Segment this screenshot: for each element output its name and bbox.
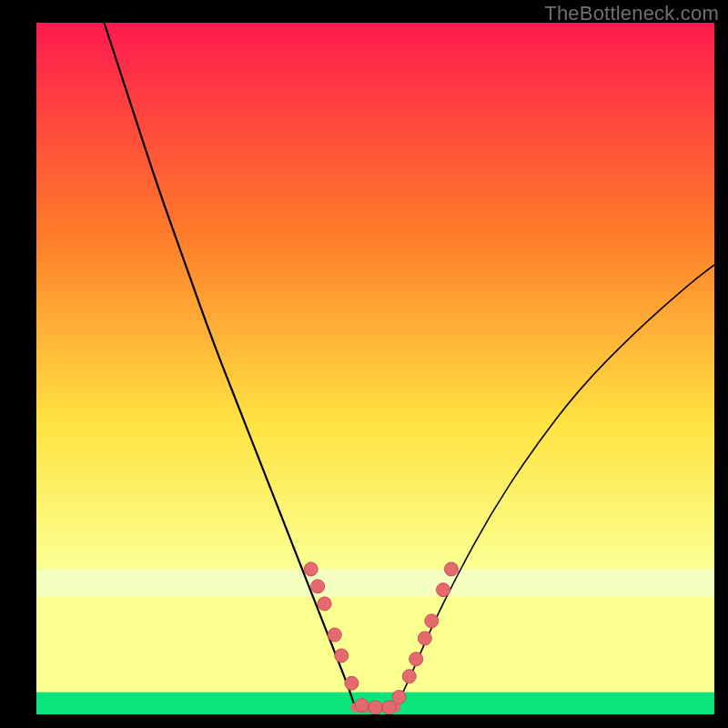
marker-dot — [304, 562, 318, 576]
plot-area — [36, 23, 714, 714]
marker-dot — [345, 676, 359, 690]
marker-dot — [402, 670, 416, 683]
marker-dot — [425, 614, 439, 628]
marker-dot — [355, 699, 369, 713]
marker-dot — [335, 649, 349, 662]
marker-dot — [369, 701, 382, 714]
marker-dot — [437, 583, 450, 597]
marker-dot — [328, 628, 341, 642]
marker-dot — [410, 652, 423, 666]
chart-svg — [36, 23, 714, 714]
marker-dot — [444, 562, 458, 576]
marker-dot — [318, 597, 331, 611]
pale-band — [36, 569, 714, 596]
marker-dot — [311, 580, 325, 593]
marker-dot — [382, 701, 396, 714]
marker-dot — [392, 691, 406, 704]
marker-dot — [418, 632, 431, 645]
chart-frame: TheBottleneck.com — [0, 0, 728, 728]
